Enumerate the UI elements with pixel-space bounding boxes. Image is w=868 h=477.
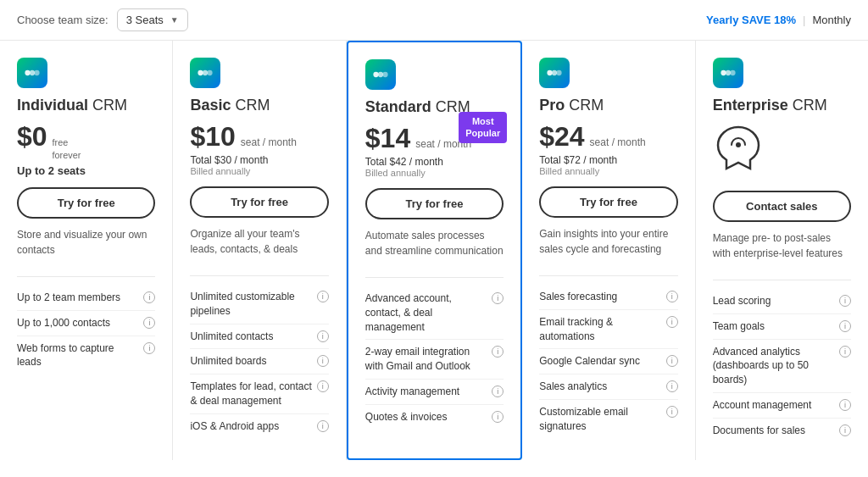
enterprise-feature-item-2: Advanced analytics (dashboards up to 50 … <box>713 340 851 393</box>
individual-feature-info-icon-1[interactable]: i <box>143 317 155 329</box>
pro-description: Gain insights into your entire sales cyc… <box>539 226 677 267</box>
individual-cta-button[interactable]: Try for free <box>17 187 155 219</box>
svg-point-7 <box>378 72 383 77</box>
individual-plan-name: Individual CRM <box>17 97 155 114</box>
basic-feature-text-4: iOS & Android apps <box>190 419 313 434</box>
pro-feature-text-2: Google Calendar sync <box>539 354 662 369</box>
svg-point-8 <box>382 72 387 77</box>
billing-divider: | <box>803 14 805 26</box>
basic-billed-note: Billed annually <box>190 166 328 176</box>
basic-feature-info-icon-1[interactable]: i <box>317 330 329 342</box>
basic-price-amount: $10 <box>190 121 235 153</box>
individual-feature-info-icon-2[interactable]: i <box>143 342 155 354</box>
basic-feature-item-2: Unlimited boardsi <box>190 349 328 374</box>
basic-logo <box>190 58 220 88</box>
pro-feature-item-4: Customizable email signaturesi <box>539 400 677 439</box>
basic-price-row: $10seat / month <box>190 121 328 153</box>
svg-point-0 <box>25 70 30 75</box>
individual-price-row: $0freeforever <box>17 121 155 161</box>
pro-feature-info-icon-2[interactable]: i <box>666 355 678 367</box>
basic-feature-info-icon-3[interactable]: i <box>317 380 329 392</box>
yearly-billing-option[interactable]: Yearly SAVE 18% <box>706 14 796 26</box>
standard-cta-button[interactable]: Try for free <box>365 188 504 219</box>
team-size-selector: Choose team size: 3 Seats ▼ <box>17 8 188 31</box>
individual-features-divider <box>17 276 155 277</box>
pro-feature-item-3: Sales analyticsi <box>539 374 677 400</box>
basic-description: Organize all your team's leads, contacts… <box>190 226 328 267</box>
enterprise-feature-text-0: Lead scoring <box>713 294 836 308</box>
pro-cta-button[interactable]: Try for free <box>539 186 677 218</box>
enterprise-feature-info-icon-1[interactable]: i <box>839 320 851 332</box>
svg-point-13 <box>725 70 730 75</box>
individual-feature-text-0: Up to 2 team members <box>17 291 140 305</box>
enterprise-description: Manage pre- to post-sales with enterpris… <box>713 230 851 271</box>
standard-description: Automate sales processes and streamline … <box>365 228 504 269</box>
standard-feature-info-icon-3[interactable]: i <box>492 411 504 423</box>
svg-point-1 <box>30 70 35 75</box>
plan-card-pro: Pro CRM$24seat / monthTotal $72 / monthB… <box>522 41 695 460</box>
enterprise-icon <box>713 123 764 174</box>
pro-feature-text-3: Sales analytics <box>539 380 662 394</box>
svg-point-2 <box>34 70 39 75</box>
basic-feature-text-1: Unlimited contacts <box>190 330 313 344</box>
pro-feature-info-icon-1[interactable]: i <box>666 316 678 328</box>
pro-feature-info-icon-3[interactable]: i <box>666 380 678 392</box>
individual-feature-info-icon-0[interactable]: i <box>143 291 155 303</box>
monthly-billing-option[interactable]: Monthly <box>812 14 851 26</box>
pro-feature-text-0: Sales forecasting <box>539 290 662 304</box>
standard-feature-info-icon-1[interactable]: i <box>492 346 504 358</box>
basic-total-price: Total $30 / month <box>190 154 328 166</box>
individual-free-label: freeforever <box>53 136 81 161</box>
individual-feature-text-2: Web forms to capture leads <box>17 341 140 370</box>
svg-point-12 <box>721 70 726 75</box>
team-size-label: Choose team size: <box>17 14 108 26</box>
standard-logo <box>365 59 396 90</box>
standard-feature-info-icon-2[interactable]: i <box>492 385 504 397</box>
individual-price-amount: $0 <box>17 121 47 153</box>
enterprise-feature-info-icon-0[interactable]: i <box>839 295 851 307</box>
enterprise-logo <box>713 58 743 88</box>
pro-plan-name: Pro CRM <box>539 97 677 114</box>
basic-feature-info-icon-0[interactable]: i <box>317 291 329 302</box>
pro-price-row: $24seat / month <box>539 121 677 153</box>
enterprise-feature-item-1: Team goalsi <box>713 314 851 340</box>
basic-feature-text-0: Unlimited customizable pipelines <box>190 290 313 319</box>
enterprise-plan-name: Enterprise CRM <box>713 97 851 114</box>
standard-feature-info-icon-0[interactable]: i <box>492 292 504 304</box>
pro-logo <box>539 58 570 88</box>
individual-description: Store and visualize your own contacts <box>17 227 155 268</box>
standard-feature-item-0: Advanced account, contact, & deal manage… <box>365 286 504 340</box>
basic-feature-info-icon-2[interactable]: i <box>317 355 329 367</box>
enterprise-feature-info-icon-3[interactable]: i <box>839 399 851 411</box>
enterprise-feature-item-0: Lead scoringi <box>713 289 851 314</box>
individual-seats-label: Up to 2 seats <box>17 164 155 177</box>
enterprise-features-divider <box>713 280 851 280</box>
top-bar: Choose team size: 3 Seats ▼ Yearly SAVE … <box>0 0 868 41</box>
enterprise-feature-info-icon-4[interactable]: i <box>839 424 851 436</box>
basic-feature-info-icon-4[interactable]: i <box>317 420 329 432</box>
enterprise-feature-item-3: Account managementi <box>713 393 851 419</box>
pro-features-divider <box>539 275 677 276</box>
svg-point-10 <box>552 70 557 75</box>
team-size-dropdown[interactable]: 3 Seats ▼ <box>117 8 188 31</box>
svg-point-4 <box>203 70 208 75</box>
enterprise-cta-button[interactable]: Contact sales <box>713 191 851 222</box>
plans-container: Individual CRM$0freeforeverUp to 2 seats… <box>0 41 868 460</box>
svg-point-3 <box>198 70 203 75</box>
individual-feature-item-0: Up to 2 team membersi <box>17 286 155 311</box>
svg-point-9 <box>548 70 553 75</box>
basic-cta-button[interactable]: Try for free <box>190 186 328 218</box>
basic-price-unit: seat / month <box>241 136 297 150</box>
pro-total-price: Total $72 / month <box>539 154 677 166</box>
enterprise-feature-info-icon-2[interactable]: i <box>839 346 851 358</box>
plan-card-basic: Basic CRM$10seat / monthTotal $30 / mont… <box>173 41 346 460</box>
pro-feature-info-icon-4[interactable]: i <box>666 406 678 418</box>
basic-feature-item-1: Unlimited contactsi <box>190 324 328 350</box>
standard-feature-item-3: Quotes & invoicesi <box>365 405 504 430</box>
individual-feature-item-2: Web forms to capture leadsi <box>17 336 155 375</box>
standard-price-amount: $14 <box>365 123 410 154</box>
pro-feature-info-icon-0[interactable]: i <box>666 291 678 302</box>
basic-plan-name: Basic CRM <box>190 97 328 114</box>
standard-feature-text-1: 2-way email integration with Gmail and O… <box>365 345 488 374</box>
standard-feature-item-2: Activity managementi <box>365 380 504 405</box>
